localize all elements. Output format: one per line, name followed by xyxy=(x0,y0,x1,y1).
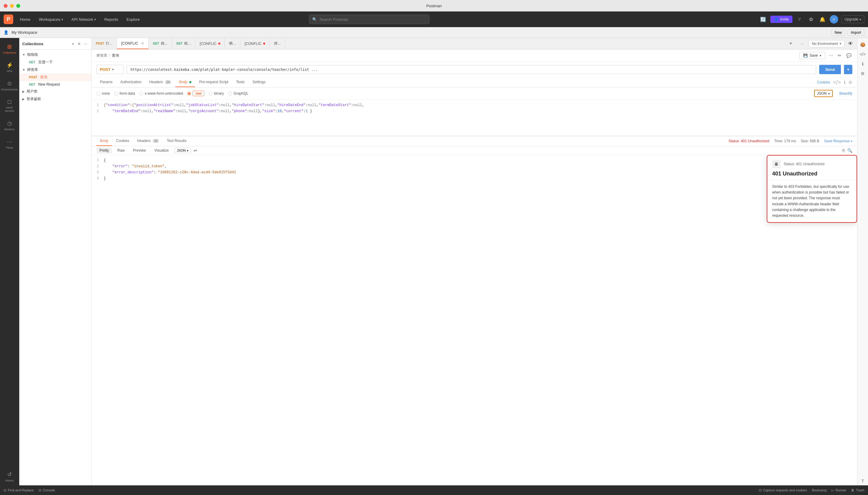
sort-btn[interactable]: ≡ xyxy=(77,40,81,47)
tab-conflic-active[interactable]: [CONFLIC ✕ xyxy=(117,38,149,49)
json-format-select[interactable]: JSON ▾ xyxy=(814,90,833,97)
tab-conflic-dot2[interactable]: [CONFLIC xyxy=(240,38,270,49)
edit-icon[interactable]: ✏ xyxy=(837,52,843,59)
invite-button[interactable]: 👤 Invite xyxy=(770,16,792,23)
tab-get-gen2[interactable]: GET 根... xyxy=(172,38,196,49)
radio-raw[interactable]: raw xyxy=(187,91,204,96)
format-raw[interactable]: Raw xyxy=(114,148,127,153)
breadcrumb-collection[interactable]: 师资库 xyxy=(97,53,107,58)
nav-api-network[interactable]: API Network ▾ xyxy=(70,16,98,23)
send-dropdown-button[interactable]: ▾ xyxy=(844,65,852,74)
collection-item-users[interactable]: ▶ 用户类 xyxy=(19,88,91,95)
add-collection-btn[interactable]: + xyxy=(71,40,75,47)
add-tab-button[interactable]: + xyxy=(785,40,796,47)
tab-authorization[interactable]: Authorization xyxy=(117,78,145,87)
workspace-name[interactable]: My Workspace xyxy=(12,30,37,35)
save-button[interactable]: 💾 Save ▾ xyxy=(799,52,825,59)
response-format-select[interactable]: JSON ▾ xyxy=(174,148,191,153)
sidebar-item-mock-servers[interactable]: ◻ Mock Servers xyxy=(1,95,18,116)
tab-body[interactable]: Body xyxy=(175,78,195,87)
eye-icon[interactable]: 👁 xyxy=(846,39,855,48)
environment-selector[interactable]: No Environment ▾ xyxy=(809,40,845,47)
tab-post-da[interactable]: POST 打... xyxy=(92,38,117,49)
trash-button[interactable]: 🗑 Trash xyxy=(851,488,864,492)
context-bar-code-icon[interactable]: </> xyxy=(859,50,867,58)
resp-tab-body[interactable]: Body xyxy=(97,136,112,146)
tab-tests[interactable]: Tests xyxy=(233,78,248,87)
tab-pre-request-script[interactable]: Pre-request Script xyxy=(196,78,232,87)
maximize-button[interactable] xyxy=(16,4,20,8)
comment-icon[interactable]: 💬 xyxy=(845,52,852,59)
sidebar-item-apis[interactable]: ⚡ APIs xyxy=(1,59,18,76)
resp-tab-test-results[interactable]: Test Results xyxy=(163,136,190,146)
collection-item-teacher[interactable]: ▼ 师资库 xyxy=(19,66,91,73)
search-bar[interactable]: 🔍 Search Postman xyxy=(309,15,430,24)
more-tabs-button[interactable]: ··· xyxy=(798,41,807,46)
new-button[interactable]: New xyxy=(831,29,845,36)
capture-button[interactable]: ⊡ Capture requests and cookies xyxy=(759,488,807,492)
avatar[interactable]: U xyxy=(830,15,838,23)
format-wrap-icon[interactable]: ⇌ xyxy=(193,148,197,153)
tab-conflic-dot1[interactable]: [CONFLIC xyxy=(195,38,225,49)
radio-urlencoded[interactable]: x-www-form-urlencoded xyxy=(139,91,183,96)
copy-icon[interactable]: ⎘ xyxy=(843,148,845,153)
window-controls[interactable] xyxy=(4,4,20,8)
resp-tab-headers[interactable]: Headers 15 xyxy=(134,136,163,146)
nav-workspaces[interactable]: Workspaces ▾ xyxy=(37,16,65,23)
search-response-icon[interactable]: 🔍 xyxy=(847,148,852,153)
request-body-editor[interactable]: 1 {"condition":{"positionAttrList":null,… xyxy=(92,100,857,136)
info-icon[interactable]: ℹ xyxy=(844,80,845,85)
tab-shai[interactable]: 晒... xyxy=(225,38,240,49)
console-button[interactable]: ⊡ Console xyxy=(39,488,55,492)
close-button[interactable] xyxy=(4,4,7,8)
sidebar-item-flows[interactable]: ⋯ Flows xyxy=(1,135,18,153)
collection-child-query[interactable]: POST 查询 xyxy=(19,73,91,81)
tab-shi[interactable]: 师... xyxy=(270,38,285,49)
find-replace-button[interactable]: ⊡ Find and Replace xyxy=(4,488,34,492)
save-response-button[interactable]: Save Response ▾ xyxy=(824,139,852,143)
url-input[interactable] xyxy=(126,65,816,74)
collection-child-baidu[interactable]: GET 百度一下 xyxy=(19,58,91,66)
upgrade-button[interactable]: Upgrade ▾ xyxy=(841,15,864,23)
radio-form-data[interactable]: form-data xyxy=(114,91,135,96)
settings-panel-icon[interactable]: ⚙ xyxy=(848,80,852,85)
bootcamp-button[interactable]: Bootcamp xyxy=(812,488,827,492)
tab-params[interactable]: Params xyxy=(97,78,116,87)
format-pretty[interactable]: Pretty xyxy=(97,148,112,153)
tab-settings[interactable]: Settings xyxy=(249,78,269,87)
fork-icon[interactable]: ⑂ xyxy=(795,15,804,23)
tab-close-icon[interactable]: ✕ xyxy=(141,41,144,46)
more-options-button[interactable]: ··· xyxy=(828,52,834,59)
settings-icon[interactable]: ⚙ xyxy=(807,15,815,23)
collection-item-auth[interactable]: ▶ 登录鉴权 xyxy=(19,95,91,103)
code-view-icon[interactable]: </> xyxy=(833,79,841,86)
radio-binary[interactable]: binary xyxy=(209,91,224,96)
method-select[interactable]: POST ▾ xyxy=(97,65,124,74)
resp-tab-cookies[interactable]: Cookies xyxy=(112,136,133,146)
nav-explore[interactable]: Explore xyxy=(125,16,142,23)
context-bar-settings-icon[interactable]: ⚙ xyxy=(859,69,867,78)
tab-get-gen1[interactable]: GET 根... xyxy=(149,38,172,49)
context-bar-cookies-icon[interactable]: 🍪 xyxy=(859,40,867,49)
collection-child-new-request[interactable]: GET New Request xyxy=(19,81,91,88)
send-button[interactable]: Send xyxy=(819,65,841,74)
sidebar-item-monitors[interactable]: ◷ Monitors xyxy=(1,117,18,134)
bell-icon[interactable]: 🔔 xyxy=(818,15,827,23)
tab-headers[interactable]: Headers 24 xyxy=(145,78,175,87)
format-visualize[interactable]: Visualize xyxy=(151,148,172,153)
sync-icon[interactable]: 🔄 xyxy=(759,15,767,23)
nav-home[interactable]: Home xyxy=(18,16,32,23)
format-preview[interactable]: Preview xyxy=(130,148,149,153)
radio-none[interactable]: none xyxy=(97,91,110,96)
radio-graphql[interactable]: GraphQL xyxy=(228,91,248,96)
import-button[interactable]: Import xyxy=(848,29,864,36)
sidebar-item-collections[interactable]: ⊞ Collections xyxy=(1,40,18,57)
cookies-button[interactable]: Cookies xyxy=(817,80,830,84)
collection-item-lala[interactable]: ▼ 啦啦啦 xyxy=(19,51,91,58)
minimize-button[interactable] xyxy=(10,4,14,8)
sidebar-item-history[interactable]: ↺ History xyxy=(1,468,18,485)
context-bar-info-icon[interactable]: ℹ xyxy=(859,60,867,68)
nav-reports[interactable]: Reports xyxy=(103,16,120,23)
sidebar-item-environments[interactable]: ⊙ Environments xyxy=(1,77,18,95)
more-btn[interactable]: ··· xyxy=(83,40,88,47)
